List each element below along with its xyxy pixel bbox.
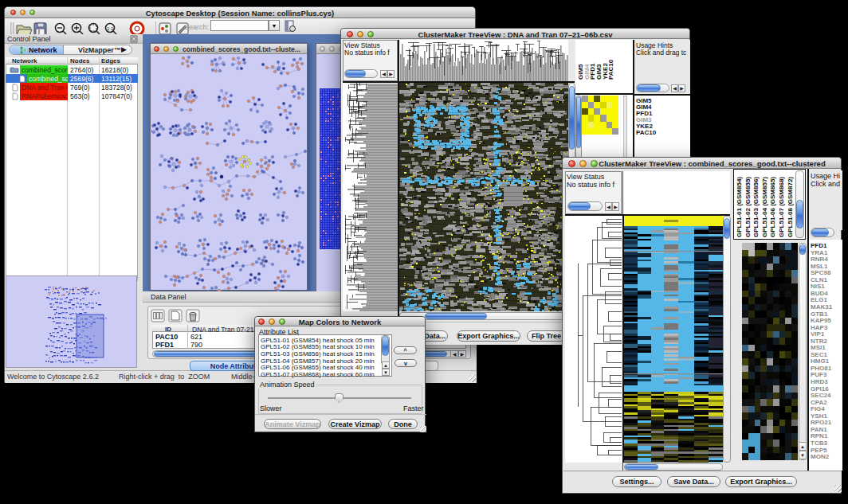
svg-text:GPL51-08 (GSM872): GPL51-08 (GSM872) [787, 177, 794, 237]
svg-text:GPL51-06 (GSM865): GPL51-06 (GSM865) [769, 177, 776, 237]
svg-text:1:1: 1:1 [107, 26, 114, 31]
svg-text:GPL51-02 (GSM855): GPL51-02 (GSM855) [744, 177, 752, 237]
svg-text:GPL51-07 (GSM868): GPL51-07 (GSM868) [778, 177, 785, 237]
svg-text:GPL51-01 (GSM854): GPL51-01 (GSM854) [736, 177, 743, 237]
svg-text:GPL51-03 (GSM856): GPL51-03 (GSM856) [752, 177, 760, 237]
svg-text:PAC10: PAC10 [607, 59, 614, 80]
svg-text:GPL51-04 (GSM857): GPL51-04 (GSM857) [761, 177, 768, 237]
